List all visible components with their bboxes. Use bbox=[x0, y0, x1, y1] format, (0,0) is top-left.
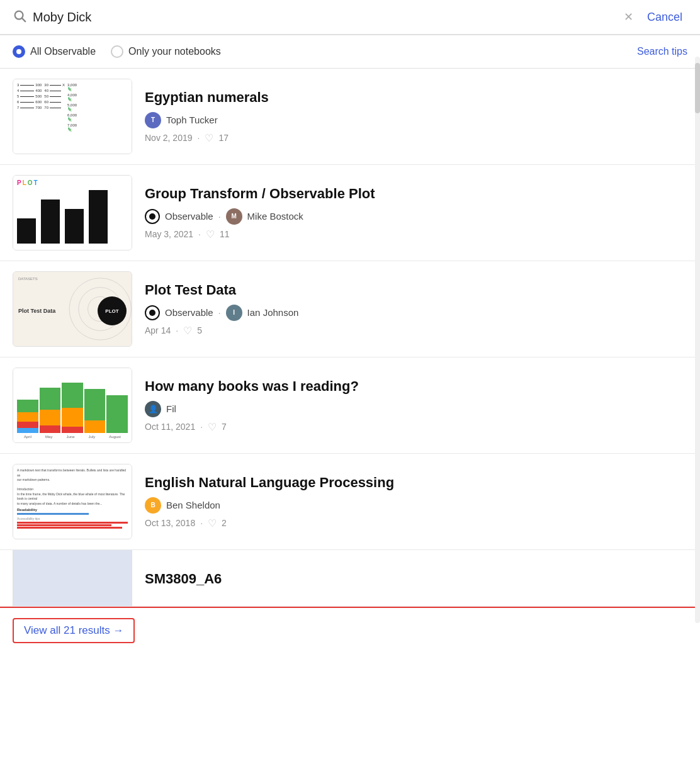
result-date: Apr 14 bbox=[145, 325, 171, 335]
org-name: Observable bbox=[165, 307, 213, 318]
scrollbar-track[interactable] bbox=[695, 57, 700, 623]
radio-only-notebooks[interactable] bbox=[111, 45, 123, 58]
likes-count: 17 bbox=[218, 133, 229, 143]
likes-count: 5 bbox=[197, 325, 202, 335]
scrollbar-thumb[interactable] bbox=[695, 63, 700, 113]
list-item[interactable]: PLOT Group Transform / Observable Plot O… bbox=[0, 165, 700, 261]
filter-all-label: All Observable bbox=[30, 46, 96, 57]
clear-icon[interactable]: ✕ bbox=[621, 8, 636, 26]
avatar: I bbox=[226, 305, 242, 321]
result-title: English Natural Language Processing bbox=[145, 475, 687, 491]
author-name: Ben Sheldon bbox=[166, 500, 220, 510]
result-info: SM3809_A6 bbox=[145, 571, 687, 593]
heart-icon: ♡ bbox=[183, 325, 192, 337]
result-info: Egyptian numerals T Toph Tucker Nov 2, 2… bbox=[145, 89, 687, 144]
dot-separator: · bbox=[198, 133, 200, 143]
result-date: Oct 11, 2021 bbox=[145, 422, 195, 432]
avatar: B bbox=[145, 497, 161, 514]
result-meta: Observable · I Ian Johnson bbox=[145, 305, 687, 321]
cancel-button[interactable]: Cancel bbox=[642, 8, 687, 26]
result-date: Nov 2, 2019 bbox=[145, 133, 193, 143]
heart-icon: ♡ bbox=[208, 421, 217, 433]
author-name: Ian Johnson bbox=[247, 307, 299, 318]
dot-separator: · bbox=[198, 229, 201, 239]
list-item[interactable]: A markdown text that transforms between … bbox=[0, 454, 700, 550]
result-title: SM3809_A6 bbox=[145, 571, 687, 587]
list-item[interactable]: 3 300 4 400 5 500 6 600 7 700 30 X 40 50… bbox=[0, 69, 700, 165]
result-meta: Observable · M Mike Bostock bbox=[145, 208, 687, 225]
likes-count: 7 bbox=[222, 422, 227, 432]
list-item[interactable]: AprilMayJuneJulyAugust How many books wa… bbox=[0, 357, 700, 454]
heart-icon: ♡ bbox=[205, 132, 213, 144]
avatar: 👤 bbox=[145, 401, 161, 417]
filter-all-observable[interactable]: All Observable bbox=[13, 45, 96, 58]
org-name: Observable bbox=[165, 211, 213, 222]
search-tips-link[interactable]: Search tips bbox=[637, 46, 687, 57]
thumbnail-egyptian: 3 300 4 400 5 500 6 600 7 700 30 X 40 50… bbox=[13, 79, 132, 154]
radio-all-observable[interactable] bbox=[13, 45, 25, 58]
view-all-container: View all 21 results → bbox=[0, 607, 700, 653]
list-item[interactable]: SM3809_A6 bbox=[0, 550, 700, 607]
author-name: Mike Bostock bbox=[247, 211, 303, 222]
thumbnail-sm bbox=[13, 550, 132, 607]
likes-count: 2 bbox=[222, 518, 227, 528]
result-date-likes: Nov 2, 2019 · ♡ 17 bbox=[145, 132, 687, 144]
filter-only-notebooks[interactable]: Only your notebooks bbox=[111, 45, 221, 58]
likes-count: 11 bbox=[220, 229, 230, 239]
result-title: Group Transform / Observable Plot bbox=[145, 186, 687, 202]
result-title: How many books was I reading? bbox=[145, 378, 687, 395]
avatar: T bbox=[145, 112, 161, 128]
list-item[interactable]: DATASETS Plot Test Data PLOT Plot Test D… bbox=[0, 261, 700, 357]
thumbnail-plottest: DATASETS Plot Test Data PLOT bbox=[13, 271, 132, 347]
result-info: How many books was I reading? 👤 Fil Oct … bbox=[145, 378, 687, 433]
svg-line-1 bbox=[22, 18, 25, 21]
result-title: Plot Test Data bbox=[145, 282, 687, 298]
avatar: M bbox=[226, 208, 242, 225]
result-meta: T Toph Tucker bbox=[145, 112, 687, 128]
result-info: Group Transform / Observable Plot Observ… bbox=[145, 186, 687, 240]
author-name: Toph Tucker bbox=[166, 115, 218, 125]
thumbnail-books: AprilMayJuneJulyAugust bbox=[13, 368, 132, 443]
heart-icon: ♡ bbox=[208, 517, 217, 529]
search-bar: Moby Dick ✕ Cancel bbox=[0, 0, 700, 35]
results-list: 3 300 4 400 5 500 6 600 7 700 30 X 40 50… bbox=[0, 69, 700, 607]
thumbnail-nlp: A markdown text that transforms between … bbox=[13, 464, 132, 539]
observable-icon bbox=[145, 305, 160, 320]
view-all-button[interactable]: View all 21 results → bbox=[13, 618, 135, 643]
result-date: May 3, 2021 bbox=[145, 229, 193, 239]
dot-separator: · bbox=[218, 211, 221, 222]
result-date-likes: Oct 11, 2021 · ♡ 7 bbox=[145, 421, 687, 433]
result-date: Oct 13, 2018 bbox=[145, 518, 195, 528]
filter-notebooks-label: Only your notebooks bbox=[128, 46, 221, 57]
result-info: English Natural Language Processing B Be… bbox=[145, 475, 687, 529]
search-input[interactable]: Moby Dick bbox=[33, 10, 615, 25]
dot-separator: · bbox=[200, 518, 203, 528]
result-info: Plot Test Data Observable · I Ian Johnso… bbox=[145, 282, 687, 337]
result-meta: B Ben Sheldon bbox=[145, 497, 687, 514]
result-date-likes: May 3, 2021 · ♡ 11 bbox=[145, 228, 687, 240]
author-name: Fil bbox=[166, 403, 176, 414]
result-meta: 👤 Fil bbox=[145, 401, 687, 417]
search-icon bbox=[13, 9, 26, 26]
dot-separator: · bbox=[176, 325, 178, 335]
heart-icon: ♡ bbox=[206, 228, 215, 240]
dot-separator: · bbox=[218, 308, 221, 318]
observable-icon bbox=[145, 209, 160, 224]
thumbnail-plot: PLOT bbox=[13, 175, 132, 250]
result-date-likes: Oct 13, 2018 · ♡ 2 bbox=[145, 517, 687, 529]
dot-separator: · bbox=[200, 422, 203, 432]
result-title: Egyptian numerals bbox=[145, 89, 687, 106]
filter-bar: All Observable Only your notebooks Searc… bbox=[0, 35, 700, 69]
result-date-likes: Apr 14 · ♡ 5 bbox=[145, 325, 687, 337]
